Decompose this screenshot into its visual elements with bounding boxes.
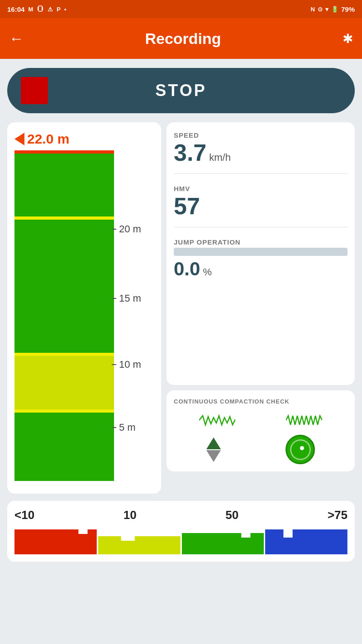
bar-chart-area: 20 m 15 m 10 m 5 m bbox=[14, 150, 114, 481]
legend-card: <10 10 50 >75 bbox=[7, 501, 355, 562]
legend-label-10: 10 bbox=[124, 508, 137, 522]
legend-yellow-section bbox=[98, 527, 181, 556]
warning-icon: ⚠ bbox=[48, 6, 53, 13]
legend-label-50: 50 bbox=[225, 508, 238, 522]
jump-operation-block: JUMP OPERATION 0.0 % bbox=[174, 238, 348, 279]
bar-chart-card: 22.0 m bbox=[7, 122, 161, 494]
legend-label-lt10: <10 bbox=[14, 508, 34, 522]
wave-icon-2 bbox=[286, 412, 322, 428]
measure-label-5m: 5 m bbox=[119, 422, 136, 433]
arrow-up-icon bbox=[206, 437, 221, 449]
location-icon: ⊙ bbox=[318, 6, 323, 13]
jump-progress-bar bbox=[174, 248, 348, 256]
hmv-block: HMV 57 bbox=[174, 185, 348, 227]
legend-green-section bbox=[182, 527, 264, 556]
seg-yellow-bot2 bbox=[14, 409, 114, 413]
wave-icon-1 bbox=[199, 412, 235, 428]
red-top-line bbox=[14, 150, 114, 154]
speed-unit: km/h bbox=[209, 152, 231, 163]
arrow-down-icon bbox=[206, 450, 221, 462]
bar-chart-value: 22.0 m bbox=[27, 131, 69, 147]
hmv-label: HMV bbox=[174, 185, 348, 192]
arrow-indicator bbox=[14, 133, 24, 145]
speed-block: SPEED 3.7 km/h bbox=[174, 131, 348, 174]
bar-segments bbox=[14, 154, 114, 481]
status-bar: 16:04 M ⚠ P • N ⊙ ▾ 🔋 79% bbox=[0, 0, 362, 18]
speed-value-row: 3.7 km/h bbox=[174, 141, 348, 164]
status-left: 16:04 M ⚠ P • bbox=[7, 5, 66, 14]
legend-label-gt75: >75 bbox=[328, 508, 348, 522]
seg-green-bot bbox=[14, 413, 114, 481]
measure-label-10m: 10 m bbox=[119, 359, 141, 370]
bluetooth-icon[interactable]: ✱ bbox=[343, 31, 353, 46]
status-right: N ⊙ ▾ 🔋 79% bbox=[311, 5, 355, 13]
measure-label-15m: 15 m bbox=[119, 293, 141, 304]
back-button[interactable]: ← bbox=[9, 30, 24, 47]
jump-value-row: 0.0 % bbox=[174, 260, 348, 279]
measure-10m: 10 m bbox=[112, 359, 141, 370]
legend-labels: <10 10 50 >75 bbox=[14, 508, 348, 522]
compaction-card: CONTINUOUS COMPACTION CHECK bbox=[167, 390, 355, 471]
stop-icon bbox=[21, 77, 48, 104]
seg-green-top bbox=[14, 154, 114, 216]
battery-level: 79% bbox=[341, 5, 355, 13]
hmv-value: 57 bbox=[174, 194, 200, 218]
jump-value: 0.0 bbox=[174, 260, 200, 279]
status-time: 16:04 bbox=[7, 5, 24, 13]
speed-label: SPEED bbox=[174, 131, 348, 139]
measure-lines: 20 m 15 m 10 m 5 m bbox=[112, 150, 171, 481]
main-content: STOP 22.0 m bbox=[0, 59, 362, 571]
compaction-label: CONTINUOUS COMPACTION CHECK bbox=[174, 398, 348, 406]
updown-arrows bbox=[206, 437, 221, 462]
gauge-icon bbox=[286, 435, 315, 464]
stats-card: SPEED 3.7 km/h HMV 57 JUMP OPERATION bbox=[167, 122, 355, 385]
measure-20m: 20 m bbox=[112, 223, 141, 235]
jump-unit: % bbox=[203, 266, 212, 278]
seg-yellow-top bbox=[14, 216, 114, 220]
hmv-value-row: 57 bbox=[174, 194, 348, 218]
wave-icons-row bbox=[174, 412, 348, 428]
legend-bars bbox=[14, 527, 348, 556]
page-title: Recording bbox=[145, 30, 221, 48]
seg-green-mid bbox=[14, 220, 114, 353]
parking-icon: P bbox=[57, 6, 61, 13]
measure-5m: 5 m bbox=[112, 422, 136, 433]
compaction-bottom-row bbox=[174, 435, 348, 464]
stop-label: STOP bbox=[155, 81, 206, 100]
gauge-inner bbox=[290, 439, 311, 460]
svg-rect-2 bbox=[38, 6, 42, 11]
gauge-needle-dot bbox=[300, 446, 304, 450]
measure-label-20m: 20 m bbox=[119, 223, 141, 235]
seg-yellow-bot bbox=[14, 353, 114, 356]
legend-blue-section bbox=[265, 527, 348, 556]
battery-icon: 🔋 bbox=[331, 6, 338, 13]
jump-label: JUMP OPERATION bbox=[174, 238, 348, 246]
stop-button[interactable]: STOP bbox=[7, 68, 355, 113]
app-bar: ← Recording ✱ bbox=[0, 18, 362, 59]
seg-yellow-block bbox=[14, 356, 114, 409]
right-column: SPEED 3.7 km/h HMV 57 JUMP OPERATION bbox=[167, 122, 355, 471]
wifi-icon: ▾ bbox=[325, 6, 329, 13]
speed-value: 3.7 bbox=[174, 141, 206, 164]
vibrate-icon bbox=[37, 5, 44, 14]
measure-15m: 15 m bbox=[112, 293, 141, 304]
legend-red-section bbox=[14, 527, 97, 556]
nfc-icon: N bbox=[311, 6, 315, 13]
gmail-icon: M bbox=[28, 6, 33, 13]
dot-icon: • bbox=[64, 6, 67, 13]
cards-row: 22.0 m bbox=[7, 122, 355, 494]
